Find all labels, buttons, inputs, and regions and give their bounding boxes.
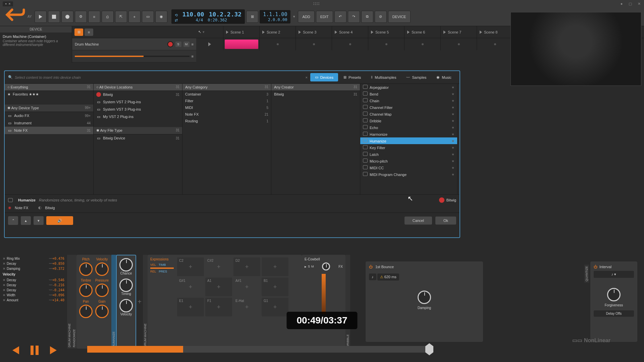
forgiveness-knob[interactable] xyxy=(607,288,621,301)
position-display[interactable]: 1.1.1.00 2.0.0.00 xyxy=(260,10,290,23)
redo-button[interactable]: ↷ xyxy=(348,11,360,23)
favorite-star-icon[interactable]: ★ xyxy=(451,85,454,89)
scene-cell[interactable]: Scene 1 xyxy=(223,26,259,38)
view-button[interactable]: ▭ xyxy=(142,11,154,23)
down-button[interactable]: ▾ xyxy=(34,216,44,225)
mute-button[interactable]: M xyxy=(311,265,314,268)
scene-cell[interactable]: Scene 5 xyxy=(368,26,404,38)
location-item[interactable]: ▭ System VST 2 Plug-ins xyxy=(94,98,182,106)
favorite-star-icon[interactable]: ★ xyxy=(451,173,454,176)
filter-type-item[interactable]: ▭Audio FX99+ xyxy=(5,112,93,119)
tab-devices[interactable]: ▭Devices xyxy=(310,73,338,81)
power-icon[interactable]: ⏻ xyxy=(594,265,597,269)
filter-everything[interactable]: ○ Everything31 xyxy=(5,84,93,91)
scene-play-icon[interactable] xyxy=(443,31,446,34)
video-progress-bar[interactable] xyxy=(87,346,429,353)
favorite-star-icon[interactable]: ★ xyxy=(451,92,454,96)
power-icon[interactable]: ⏻ xyxy=(369,265,373,269)
param-row[interactable]: ✕Amount〰+14.40 xyxy=(1,298,66,303)
mute-button[interactable]: M xyxy=(183,42,190,47)
window-close-icon[interactable]: ✕ xyxy=(637,1,641,6)
device-item[interactable]: Micro-pitch★ xyxy=(360,158,457,164)
collapse-button[interactable]: ⌃ xyxy=(8,216,18,225)
bars-value[interactable]: 1.1.1.00 xyxy=(263,11,287,17)
chevron-down-icon[interactable]: ▾ xyxy=(203,30,205,34)
param-row[interactable]: ✕Width〰+0.096 xyxy=(1,293,66,298)
clip-view-button[interactable]: ⊞ xyxy=(74,28,83,36)
location-item[interactable]: ▭ My VST 2 Plug-ins xyxy=(94,113,182,120)
param-row[interactable]: ✕Decay〰-0.216 xyxy=(1,283,66,288)
drum-pad[interactable]: C2+ xyxy=(177,257,204,276)
location-item[interactable]: Bitwig31 xyxy=(94,91,182,98)
copy-button[interactable]: ⧉ xyxy=(361,11,373,23)
drum-pad[interactable]: A#1+ xyxy=(233,278,260,296)
arrange-view-button[interactable]: ≡ xyxy=(85,28,93,36)
solo-button[interactable]: S xyxy=(308,265,310,268)
empty-clip-slot[interactable] xyxy=(458,43,460,45)
tab-multisamples[interactable]: ⫴Multisamples xyxy=(366,73,401,81)
search-input[interactable] xyxy=(15,75,303,79)
scene-play-icon[interactable] xyxy=(335,31,337,34)
record-arm-button[interactable] xyxy=(167,41,173,47)
prev-button[interactable] xyxy=(7,342,23,359)
tab-music[interactable]: ◉Music xyxy=(432,73,456,81)
filter-type-item[interactable]: ▭Instrument44 xyxy=(5,119,93,127)
filter-category[interactable]: Any Category31 xyxy=(182,84,271,91)
knob-timing[interactable]: Timing xyxy=(119,279,133,296)
drum-pad[interactable]: B1+ xyxy=(262,278,288,296)
loop-value[interactable]: 2.0.0.00 xyxy=(263,17,287,22)
drum-pad[interactable]: E1+ xyxy=(177,298,204,316)
timesig-value[interactable]: 4/4 xyxy=(196,18,203,22)
scene-play-icon[interactable] xyxy=(480,31,482,34)
ok-button[interactable]: Ok xyxy=(435,217,456,225)
device-item[interactable]: Key Filter★ xyxy=(360,144,457,151)
add-text-button[interactable]: ADD xyxy=(298,11,314,23)
category-item[interactable]: Container3 xyxy=(182,91,271,98)
device-item[interactable]: Humanize★ xyxy=(360,137,457,144)
device-item[interactable]: Echo★ xyxy=(360,124,457,131)
metronome-button[interactable]: ◉ xyxy=(155,11,167,23)
gain-knob[interactable] xyxy=(322,262,330,270)
damping-knob[interactable] xyxy=(418,291,431,304)
scene-play-icon[interactable] xyxy=(262,31,265,34)
tempo-display[interactable]: ⟲ 110.00 10.2.2.32 ⇄ 4/4 0:20.362 xyxy=(171,9,245,24)
tab-presets[interactable]: ⊞Presets xyxy=(339,73,366,81)
maximize-icon[interactable]: ▢ xyxy=(628,1,633,6)
drum-pad[interactable]: E-Hat+ xyxy=(233,298,260,316)
knob-velocity[interactable]: Velocity xyxy=(119,299,133,316)
favorite-star-icon[interactable]: ★ xyxy=(451,146,454,149)
up-button[interactable]: ▴ xyxy=(21,216,31,225)
scene-cell[interactable]: Scene 2 xyxy=(259,26,296,38)
filter-creator[interactable]: Any Creator31 xyxy=(271,84,360,91)
drum-pad[interactable]: G1+ xyxy=(262,298,288,316)
filter-locations[interactable]: ○ All Device Locations31 xyxy=(94,84,182,91)
empty-clip-slot[interactable] xyxy=(385,43,387,45)
position-value[interactable]: 10.2.2.32 xyxy=(209,11,242,18)
param-row[interactable]: ✕Ring Mix〰+0.476 xyxy=(1,256,66,261)
device-item[interactable]: Channel Map★ xyxy=(360,111,457,117)
pointer-tool-icon[interactable]: ↖ xyxy=(198,30,201,34)
track-menu-icon[interactable]: ≡ xyxy=(192,42,194,46)
record-button[interactable] xyxy=(61,11,73,23)
solo-button[interactable]: S xyxy=(175,42,181,47)
favorite-star-icon[interactable]: ★ xyxy=(451,159,454,163)
tempo-value[interactable]: 110.00 xyxy=(182,11,204,18)
scene-cell[interactable]: Scene 4 xyxy=(332,26,368,38)
filter-file-type[interactable]: ✱ Any File Type31 xyxy=(94,127,182,134)
chevron-down-icon[interactable]: ▾ xyxy=(292,14,297,19)
track-play-icon[interactable] xyxy=(208,42,211,46)
scene-cell[interactable]: Scene 8 xyxy=(477,26,513,38)
empty-clip-slot[interactable] xyxy=(422,43,424,45)
device-item[interactable]: Arpeggiator★ xyxy=(360,84,457,90)
scene-cell[interactable]: Scene 6 xyxy=(404,26,440,38)
filter-device-type[interactable]: ✱ Any Device Type99+ xyxy=(5,105,93,112)
note-selector[interactable]: ♪ xyxy=(369,274,376,280)
device-item[interactable]: Chain★ xyxy=(360,97,457,104)
empty-clip-slot[interactable] xyxy=(494,43,496,45)
drum-pad[interactable]: F1+ xyxy=(205,298,232,316)
knob-pressure[interactable]: Pressure xyxy=(95,279,109,297)
close-icon[interactable]: × xyxy=(9,2,11,6)
device-item[interactable]: Dribble★ xyxy=(360,117,457,124)
play-button[interactable] xyxy=(35,11,47,23)
device-item[interactable]: MIDI CC★ xyxy=(360,164,457,171)
